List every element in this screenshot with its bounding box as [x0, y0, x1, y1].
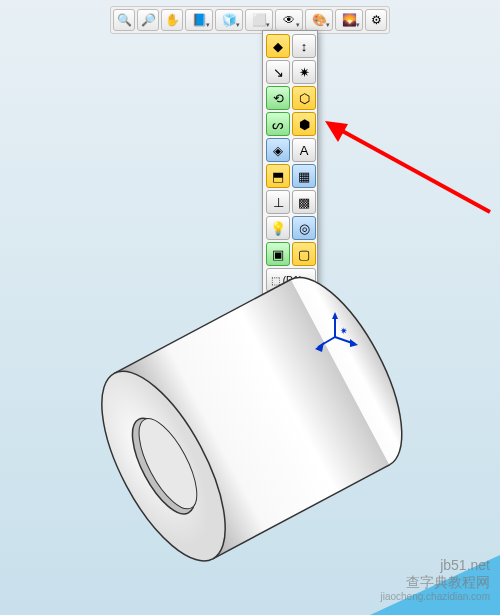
watermark-url: jiaocheng.chazidian.com — [380, 591, 490, 603]
hide-show-items-button[interactable]: 👁 — [275, 9, 303, 31]
model-cylinder — [0, 32, 500, 615]
zoom-to-fit-button[interactable]: 🔍 — [113, 9, 135, 31]
section-view-button[interactable]: 📘 — [185, 9, 213, 31]
previous-view-button[interactable]: ✋ — [161, 9, 183, 31]
watermark-alt: jb51.net — [380, 557, 490, 574]
zoom-area-button[interactable]: 🔎 — [137, 9, 159, 31]
watermark-main: 查字典教程网 — [380, 574, 490, 591]
view-settings-button[interactable]: ⚙ — [365, 9, 387, 31]
watermark: jb51.net 查字典教程网 jiaocheng.chazidian.com — [380, 557, 490, 603]
heads-up-toolbar: 🔍 🔎 ✋ 📘 🧊 ⬜ 👁 🎨 🌄 ⚙ — [110, 6, 390, 34]
apply-scene-button[interactable]: 🌄 — [335, 9, 363, 31]
graphics-viewport[interactable]: ✷ — [0, 32, 500, 615]
view-orientation-button[interactable]: 🧊 — [215, 9, 243, 31]
display-style-button[interactable]: ⬜ — [245, 9, 273, 31]
edit-appearance-button[interactable]: 🎨 — [305, 9, 333, 31]
